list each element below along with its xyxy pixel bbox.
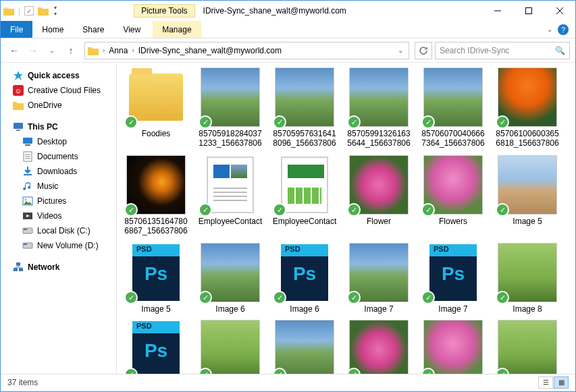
sidebar-item-onedrive[interactable]: OneDrive [3, 98, 113, 113]
file-item[interactable]: ✓EmployeeContact [272, 155, 337, 237]
sidebar-item-label: New Volume (D:) [37, 241, 99, 250]
file-item[interactable]: PSDPs✓Image 5 [124, 242, 188, 314]
sync-badge-icon: ✓ [347, 115, 361, 129]
tab-home[interactable]: Home [32, 21, 73, 38]
window-controls [482, 1, 575, 21]
refresh-button[interactable] [415, 42, 432, 59]
sidebar-item-label: Downloads [37, 167, 77, 176]
qat-separator: | [18, 6, 20, 16]
file-item[interactable]: ✓Image 5 [495, 155, 560, 237]
up-button[interactable]: ↑ [63, 43, 79, 59]
sidebar-item-pictures[interactable]: Pictures [3, 194, 113, 208]
sidebar-item-music[interactable]: Music [3, 179, 113, 194]
file-item[interactable]: ✓857061006003656818_1566378061 [495, 67, 560, 149]
folder-icon[interactable] [3, 5, 14, 16]
sidebar-item-local-disk-c-[interactable]: Local Disk (C:) [3, 223, 113, 238]
file-item[interactable]: PSDPs✓Image 6 [272, 242, 337, 314]
breadcrumb-segment[interactable]: IDrive-Sync_shane_walt@myworld.com [138, 46, 282, 55]
details-view-button[interactable]: ☰ [538, 376, 553, 389]
file-item[interactable]: ✓Flower [346, 155, 411, 237]
file-item[interactable]: ✓Image 11 [495, 319, 560, 374]
sidebar-item-videos[interactable]: Videos [3, 208, 113, 223]
sidebar-item-desktop[interactable]: Desktop [3, 134, 113, 149]
qat-dropdown-icon[interactable]: ▾▾ [54, 5, 57, 17]
file-item[interactable]: ✓857059913261635644_1566378061 [346, 67, 411, 149]
checkbox-icon[interactable]: ✓ [24, 6, 34, 16]
sidebar-item-label: Music [37, 181, 58, 191]
sync-badge-icon: ✓ [199, 203, 212, 217]
folder-icon[interactable] [38, 5, 49, 16]
disk-icon [22, 225, 33, 236]
sidebar-item-label: Desktop [37, 137, 67, 146]
file-item[interactable]: ✓Image 8 [495, 242, 560, 314]
address-bar[interactable]: › Anna › IDrive-Sync_shane_walt@myworld.… [84, 42, 409, 59]
chevron-right-icon[interactable]: › [103, 47, 105, 54]
file-item[interactable]: ✓Image 7 [346, 242, 411, 314]
file-item[interactable]: PSDPs✓Image 7 [421, 242, 486, 314]
maximize-button[interactable] [513, 1, 544, 21]
search-input[interactable]: Search IDrive-Sync 🔍 [435, 42, 570, 59]
file-item[interactable]: ✓Flowers [421, 155, 486, 237]
back-button[interactable]: ← [6, 43, 22, 59]
file-item[interactable]: ✓857061351647806867_1566378061 [124, 155, 188, 237]
file-name-label: Image 6 [272, 304, 337, 314]
sync-badge-icon: ✓ [421, 291, 435, 304]
file-name-label: Flowers [421, 217, 486, 226]
sidebar-item-this-pc[interactable]: This PC [3, 119, 113, 134]
breadcrumb-segment[interactable]: Anna [109, 46, 128, 55]
file-item[interactable]: ✓857059576316418096_1566378061 [272, 67, 337, 149]
sync-badge-icon: ✓ [199, 115, 212, 129]
sidebar-item-new-volume-d-[interactable]: New Volume (D:) [3, 238, 113, 253]
svg-rect-21 [24, 229, 27, 230]
search-icon: 🔍 [555, 46, 565, 55]
sync-badge-icon: ✓ [124, 291, 138, 304]
doc-icon [22, 151, 33, 162]
file-list-pane[interactable]: ✓Foodies✓857059182840371233_1566378061✓8… [117, 63, 575, 374]
sidebar-item-label: Documents [37, 152, 78, 161]
address-dropdown-icon[interactable]: ⌄ [395, 47, 406, 54]
recent-dropdown[interactable]: ⌄ [44, 43, 60, 59]
svg-rect-26 [16, 262, 20, 266]
sidebar-item-quick-access[interactable]: Quick access [3, 68, 113, 83]
sidebar-item-label: Network [28, 262, 59, 272]
file-name-label: 857060700406667364_1566378061 [421, 129, 486, 149]
expand-ribbon-icon[interactable]: ⌄ [547, 26, 552, 33]
quick-access-toolbar: | ✓ ▾▾ [1, 5, 59, 17]
pictures-icon [22, 196, 33, 206]
file-item[interactable]: ✓EmployeeContact [198, 155, 263, 237]
sidebar-item-label: Creative Cloud Files [28, 86, 101, 95]
sidebar-item-label: OneDrive [28, 101, 62, 110]
tab-view[interactable]: View [113, 21, 150, 38]
file-item[interactable]: ✓Image 9 [272, 319, 337, 374]
network-icon [13, 262, 24, 273]
chevron-right-icon[interactable]: › [132, 47, 134, 54]
file-item[interactable]: ✓Image 10 [421, 319, 486, 374]
sidebar-item-documents[interactable]: Documents [3, 149, 113, 164]
file-name-label: 857061006003656818_1566378061 [495, 129, 560, 149]
navigation-pane[interactable]: Quick access⊙Creative Cloud FilesOneDriv… [1, 63, 117, 374]
sidebar-item-network[interactable]: Network [3, 260, 113, 275]
file-item[interactable]: ✓Foodies [124, 67, 188, 149]
thumbnails-view-button[interactable]: ▦ [554, 376, 569, 389]
content-area: Quick access⊙Creative Cloud FilesOneDriv… [1, 63, 575, 374]
pc-icon [13, 121, 24, 132]
minimize-button[interactable] [482, 1, 513, 21]
forward-button[interactable]: → [25, 43, 41, 59]
file-name-label: EmployeeContact [198, 217, 263, 226]
file-item[interactable]: PSDPs✓Image 8 [124, 319, 188, 374]
tab-share[interactable]: Share [73, 21, 113, 38]
sidebar-item-creative-cloud-files[interactable]: ⊙Creative Cloud Files [3, 83, 113, 98]
file-tab[interactable]: File [1, 21, 32, 38]
file-item[interactable]: ✓857060700406667364_1566378061 [421, 67, 486, 149]
file-item[interactable]: ✓Image 6 [198, 242, 263, 314]
file-item[interactable]: ✓Image 10 [346, 319, 411, 374]
sidebar-item-downloads[interactable]: Downloads [3, 164, 113, 179]
sidebar-item-label: Pictures [37, 196, 66, 206]
file-name-label: Flower [346, 217, 411, 226]
help-icon[interactable]: ? [558, 24, 569, 35]
svg-rect-10 [25, 144, 30, 146]
file-item[interactable]: ✓857059182840371233_1566378061 [198, 67, 263, 149]
close-button[interactable] [544, 1, 575, 21]
tab-manage[interactable]: Manage [153, 21, 201, 38]
file-item[interactable]: ✓Image 9 [198, 319, 263, 374]
